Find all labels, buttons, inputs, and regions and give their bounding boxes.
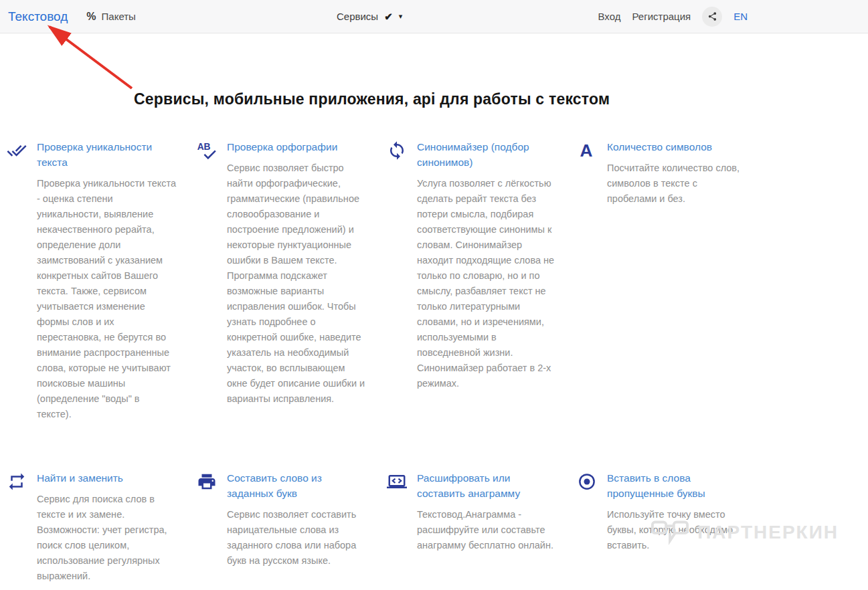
- service-link-find-replace[interactable]: Найти и заменить: [37, 470, 123, 486]
- repeat-icon: [7, 472, 28, 584]
- sync-icon: [387, 140, 408, 422]
- card-char-count: A Количество символов Посчитайте количес…: [577, 139, 767, 422]
- service-desc-anagram: Текстовод.Анаграмма - расшифруйте или со…: [417, 507, 557, 553]
- service-desc-find-replace: Сервис для поиска слов в тексте и их зам…: [37, 492, 177, 584]
- percent-icon: %: [86, 11, 96, 23]
- record-icon: [577, 472, 598, 584]
- nav-packages-label: Пакеты: [102, 11, 136, 22]
- spellcheck-icon: АВ: [197, 140, 218, 422]
- letter-a-icon: A: [577, 140, 598, 422]
- svg-text:АВ: АВ: [197, 142, 211, 152]
- nav-services-menu[interactable]: Сервисы ✔ ▾: [337, 0, 402, 33]
- card-spellcheck: АВ Проверка орфографии Сервис позволяет …: [197, 139, 387, 422]
- logo-textovod[interactable]: Текстовод: [8, 9, 68, 24]
- laptop-code-icon: [387, 472, 408, 584]
- card-synonymizer: Синонимайзер (подбор синонимов) Услуга п…: [387, 139, 577, 422]
- login-link[interactable]: Вход: [598, 11, 621, 22]
- service-desc-synonymizer: Услуга позволяет с лёгкостью сделать рер…: [417, 176, 557, 391]
- service-link-word-builder[interactable]: Составить слово из заданных букв: [227, 470, 367, 501]
- card-find-replace: Найти и заменить Сервис для поиска слов …: [7, 470, 197, 584]
- service-desc-missing-letters: Используйте точку вместо буквы, которую …: [607, 507, 747, 553]
- nav-right-group: Вход Регистрация EN: [598, 0, 748, 33]
- typewriter-icon: [197, 472, 218, 584]
- service-desc-uniqueness: Проверка уникальности текста - оценка ст…: [37, 176, 177, 422]
- service-desc-spellcheck: Сервис позволяет быстро найти орфографич…: [227, 161, 367, 407]
- share-icon: [707, 11, 717, 21]
- nav-services-label: Сервисы: [337, 11, 378, 22]
- register-link[interactable]: Регистрация: [632, 11, 691, 22]
- service-link-anagram[interactable]: Расшифровать или составить анаграмму: [417, 470, 557, 501]
- done-all-icon: [7, 140, 28, 422]
- service-link-synonymizer[interactable]: Синонимайзер (подбор синонимов): [417, 139, 557, 170]
- card-anagram: Расшифровать или составить анаграмму Тек…: [387, 470, 577, 584]
- service-link-missing-letters[interactable]: Вставить в слова пропущенные буквы: [607, 470, 747, 501]
- card-uniqueness-check: Проверка уникальности текста Проверка ун…: [7, 139, 197, 422]
- page-title: Сервисы, мобильные приложения, api для р…: [134, 90, 868, 108]
- service-desc-char-count: Посчитайте количество слов, символов в т…: [607, 161, 747, 207]
- language-switch-en[interactable]: EN: [733, 11, 748, 22]
- check-icon: ✔: [384, 11, 393, 23]
- service-link-spellcheck[interactable]: Проверка орфографии: [227, 139, 337, 155]
- card-word-builder: Составить слово из заданных букв Сервис …: [197, 470, 387, 584]
- top-navbar: Текстовод % Пакеты Сервисы ✔ ▾ Вход Реги…: [0, 0, 868, 33]
- nav-packages[interactable]: % Пакеты: [86, 11, 136, 23]
- chevron-down-icon: ▾: [399, 12, 403, 21]
- service-desc-word-builder: Сервис позволяет составить нарицательные…: [227, 507, 367, 569]
- services-grid: Проверка уникальности текста Проверка ун…: [7, 139, 868, 584]
- service-link-char-count[interactable]: Количество символов: [607, 139, 712, 155]
- share-button[interactable]: [702, 7, 722, 27]
- service-link-uniqueness[interactable]: Проверка уникальности текста: [37, 139, 177, 170]
- svg-text:A: A: [580, 140, 592, 161]
- card-missing-letters: Вставить в слова пропущенные буквы Испол…: [577, 470, 767, 584]
